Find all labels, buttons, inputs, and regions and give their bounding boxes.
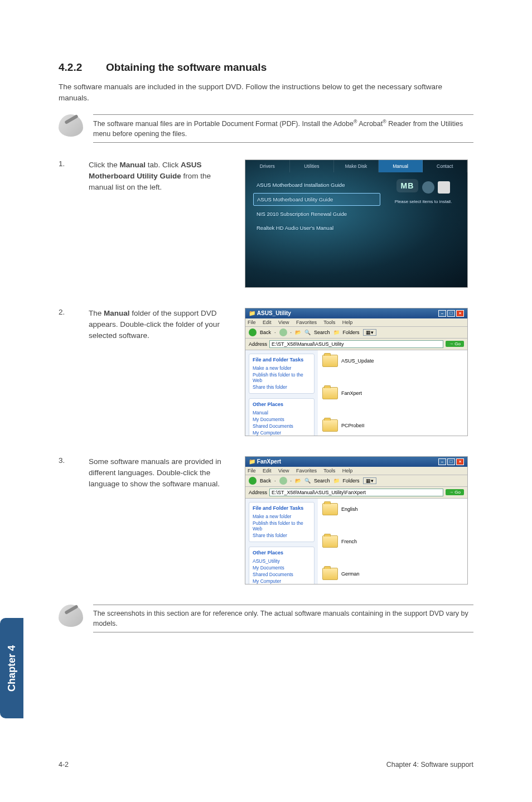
folders-icon[interactable]: 📁 [333, 330, 340, 335]
go-button[interactable]: → Go [446, 489, 464, 495]
manual-item[interactable]: ASUS Motherboard Installation Guide [253, 179, 380, 191]
folder-item[interactable]: German [322, 568, 400, 580]
menu-view[interactable]: View [278, 468, 289, 474]
back-label[interactable]: Back [260, 478, 271, 484]
task-item[interactable]: Share this folder [253, 384, 311, 390]
folders-label[interactable]: Folders [343, 330, 360, 335]
explorer-screenshot-asus-utility: 📁 ASUS_Utility – □ × File Edit View Favo… [245, 308, 468, 436]
manual-item-selected[interactable]: ASUS Motherboard Utility Guide [253, 193, 380, 206]
back-icon[interactable] [249, 477, 257, 485]
intro-paragraph: The software manuals are included in the… [59, 81, 473, 104]
task-item[interactable]: Make a new folder [253, 513, 311, 520]
sidebar: File and Folder Tasks Make a new folder … [245, 499, 318, 584]
search-label[interactable]: Search [314, 478, 330, 484]
search-icon[interactable]: 🔍 [304, 478, 311, 484]
up-icon[interactable]: 📂 [295, 478, 301, 484]
search-label[interactable]: Search [314, 330, 330, 335]
address-input[interactable] [269, 489, 443, 496]
doc-icon [438, 181, 450, 194]
maximize-button[interactable]: □ [447, 458, 455, 465]
address-input[interactable] [269, 340, 443, 348]
sidebar: File and Folder Tasks Make a new folder … [245, 350, 318, 436]
disc-icon [422, 181, 434, 194]
menu-edit[interactable]: Edit [263, 468, 272, 474]
tab-manual[interactable]: Manual [379, 160, 423, 172]
window-title: FanXpert [257, 458, 281, 465]
address-label: Address [249, 490, 267, 495]
menu-file[interactable]: File [248, 468, 256, 474]
place-item[interactable]: Manual [253, 409, 311, 416]
minimize-button[interactable]: – [438, 310, 446, 317]
installer-screenshot: Drivers Utilities Make Disk Manual Conta… [245, 160, 468, 288]
menu-tools[interactable]: Tools [323, 468, 335, 474]
menu-view[interactable]: View [278, 320, 289, 325]
place-item[interactable]: My Documents [253, 564, 311, 571]
folder-icon [322, 568, 338, 580]
close-button[interactable]: × [456, 310, 464, 317]
window-title: ASUS_Utility [257, 310, 291, 316]
maximize-button[interactable]: □ [447, 310, 455, 317]
address-bar: Address → Go [245, 339, 467, 350]
folder-icon [322, 387, 338, 399]
page-number: 4-2 [59, 761, 69, 769]
menu-favorites[interactable]: Favorites [296, 320, 317, 325]
menu-tools[interactable]: Tools [323, 320, 335, 325]
folder-item[interactable]: English [322, 503, 400, 515]
tasks-header[interactable]: File and Folder Tasks [253, 357, 311, 363]
forward-icon[interactable] [279, 328, 287, 336]
step-number: 2. [59, 308, 78, 316]
manual-item[interactable]: NIS 2010 Subscription Renewal Guide [253, 208, 380, 220]
pencil-icon [59, 605, 83, 627]
views-icon[interactable]: ▦▾ [363, 477, 376, 484]
folders-label[interactable]: Folders [343, 478, 360, 484]
place-item[interactable]: Shared Documents [253, 571, 311, 578]
close-button[interactable]: × [456, 458, 464, 465]
place-item[interactable]: My Computer [253, 578, 311, 584]
places-header[interactable]: Other Places [253, 550, 311, 555]
folder-item[interactable]: FanXpert [322, 387, 400, 399]
section-title: Obtaining the software manuals [106, 61, 267, 73]
back-icon[interactable] [249, 328, 257, 336]
tab-makedisk[interactable]: Make Disk [334, 160, 379, 172]
step-number: 1. [59, 160, 78, 168]
section-number: 4.2.2 [59, 61, 106, 74]
file-pane: English French German Japanese Simplifie… [318, 499, 467, 584]
note-block-reference: The screenshots in this section are for … [59, 605, 473, 632]
window-titlebar: 📁 ASUS_Utility – □ × [245, 308, 467, 318]
search-icon[interactable]: 🔍 [304, 330, 311, 335]
task-item[interactable]: Make a new folder [253, 365, 311, 371]
task-item[interactable]: Publish this folder to the Web [253, 371, 311, 384]
minimize-button[interactable]: – [438, 458, 446, 465]
tab-contact[interactable]: Contact [423, 160, 467, 172]
menu-help[interactable]: Help [342, 320, 353, 325]
up-icon[interactable]: 📂 [295, 330, 301, 335]
views-icon[interactable]: ▦▾ [363, 329, 376, 336]
folder-item[interactable]: PCProbeII [322, 419, 400, 432]
folders-icon[interactable]: 📁 [333, 478, 340, 484]
task-item[interactable]: Share this folder [253, 532, 311, 539]
window-titlebar: 📁 FanXpert – □ × [245, 457, 467, 467]
place-item[interactable]: ASUS_Utility [253, 558, 311, 564]
page-footer: 4-2 Chapter 4: Software support [59, 761, 473, 769]
back-label[interactable]: Back [260, 330, 271, 335]
folder-icon [322, 535, 338, 548]
manual-item[interactable]: Realtek HD Audio User's Manual [253, 222, 380, 234]
menu-file[interactable]: File [248, 320, 256, 325]
tab-drivers[interactable]: Drivers [245, 160, 290, 172]
menu-help[interactable]: Help [342, 468, 353, 474]
task-item[interactable]: Publish this folder to the Web [253, 520, 311, 532]
tab-utilities[interactable]: Utilities [290, 160, 335, 172]
toolbar: Back · · 📂 🔍Search 📁Folders ▦▾ [245, 475, 467, 487]
menu-bar: File Edit View Favorites Tools Help [245, 467, 467, 475]
folder-item[interactable]: French [322, 535, 400, 548]
place-item[interactable]: My Documents [253, 416, 311, 423]
tasks-header[interactable]: File and Folder Tasks [253, 505, 311, 511]
menu-favorites[interactable]: Favorites [296, 468, 317, 474]
place-item[interactable]: Shared Documents [253, 423, 311, 429]
go-button[interactable]: → Go [446, 341, 464, 347]
folder-item[interactable]: ASUS_Update [322, 355, 400, 367]
forward-icon[interactable] [279, 477, 287, 485]
menu-edit[interactable]: Edit [263, 320, 272, 325]
place-item[interactable]: My Computer [253, 429, 311, 436]
places-header[interactable]: Other Places [253, 402, 311, 407]
